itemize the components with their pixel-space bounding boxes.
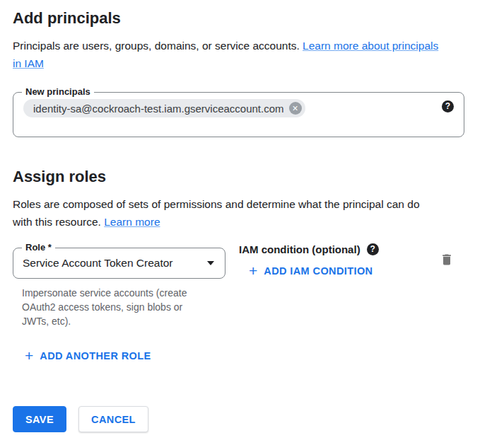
add-iam-condition-button[interactable]: + ADD IAM CONDITION [249,265,373,277]
iam-condition-label: IAM condition (optional) [239,243,361,255]
principal-chip-text: identity-sa@cockroach-test.iam.gservicea… [33,103,284,115]
add-iam-condition-label: ADD IAM CONDITION [264,265,373,277]
help-icon[interactable]: ? [367,243,379,255]
cancel-button[interactable]: CANCEL [78,406,148,432]
save-button[interactable]: SAVE [13,406,66,432]
add-principals-title: Add principals [13,10,504,27]
help-icon[interactable]: ? [442,100,454,112]
dialog-footer: SAVE CANCEL [13,406,504,432]
add-principals-panel: Add principals Principals are users, gro… [0,0,504,432]
roles-description-line2: with this resource. [13,216,101,228]
close-icon[interactable]: × [289,102,302,115]
role-helper-line: Impersonate service accounts (create [22,286,225,300]
new-principals-label: New principals [22,86,94,98]
iam-condition-column: IAM condition (optional) ? + ADD IAM CON… [239,243,440,279]
learn-more-principals-link[interactable]: Learn more about principals [303,40,438,52]
learn-more-principals-link-line2[interactable]: in IAM [13,57,44,69]
role-column: Role * Service Account Token Creator Imp… [13,248,225,328]
arrow-drop-down-icon [207,261,214,265]
role-helper-text: Impersonate service accounts (create OAu… [22,286,225,328]
assign-roles-title: Assign roles [13,168,504,185]
role-helper-line: JWTs, etc). [22,314,225,328]
plus-icon: + [249,265,257,277]
roles-description: Roles are composed of sets of permission… [13,195,504,231]
plus-icon: + [25,349,33,362]
learn-more-roles-link[interactable]: Learn more [104,216,160,228]
add-another-role-button[interactable]: + ADD ANOTHER ROLE [25,349,151,362]
role-binding-row: Role * Service Account Token Creator Imp… [13,248,464,328]
principals-description: Principals are users, groups, domains, o… [13,37,504,72]
trash-icon [440,253,454,267]
role-select[interactable]: Role * Service Account Token Creator [13,248,225,279]
iam-condition-label-row: IAM condition (optional) ? [239,243,440,255]
principal-chip: identity-sa@cockroach-test.iam.gservicea… [23,99,305,117]
new-principals-field[interactable]: New principals identity-sa@cockroach-tes… [13,92,464,137]
add-another-role-label: ADD ANOTHER ROLE [40,350,151,362]
delete-role-button[interactable] [440,253,454,267]
role-selected-value: Service Account Token Creator [23,257,173,270]
roles-description-line1: Roles are composed of sets of permission… [13,198,420,210]
principals-description-text: Principals are users, groups, domains, o… [13,40,300,52]
role-label: Role * [22,242,55,253]
role-helper-line: OAuth2 access tokens, sign blobs or [22,300,225,314]
